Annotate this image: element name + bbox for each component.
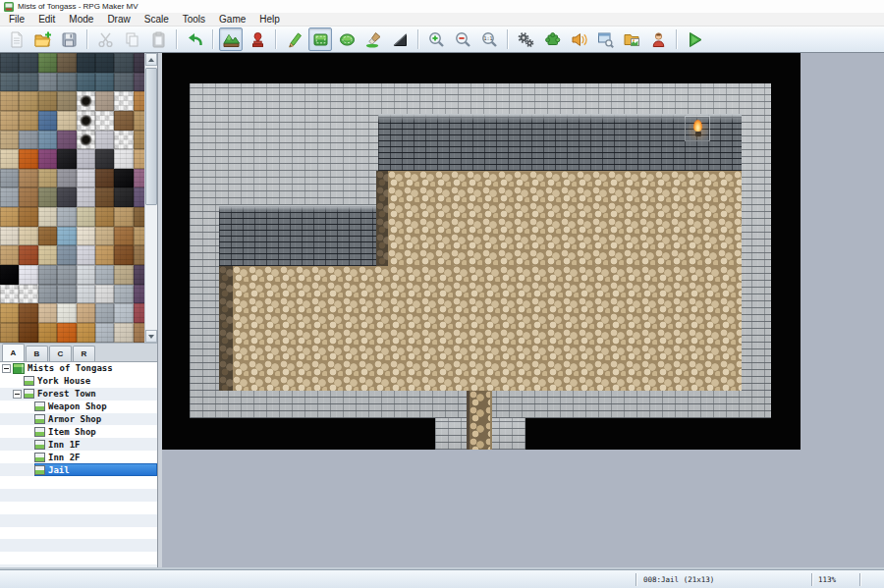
palette-tile-9-1[interactable] [19, 227, 37, 246]
palette-tile-12-2[interactable] [38, 285, 57, 304]
palette-tile-8-0[interactable] [0, 207, 19, 227]
map-tree-item-york-house[interactable]: York House [0, 375, 157, 388]
palette-tile-5-3[interactable] [57, 149, 76, 169]
database-button[interactable] [514, 27, 537, 51]
palette-tile-1-1[interactable] [19, 73, 37, 92]
palette-tile-12-0[interactable] [0, 285, 19, 304]
scroll-down-button[interactable] [145, 330, 157, 343]
palette-tile-13-4[interactable] [77, 303, 95, 323]
palette-tile-7-6[interactable] [114, 187, 133, 207]
palette-tile-10-4[interactable] [77, 245, 95, 265]
map-tree-item-forest-town[interactable]: Forest Town [0, 388, 157, 401]
palette-tile-8-3[interactable] [57, 207, 76, 227]
character-generator-button[interactable] [646, 27, 670, 51]
palette-tile-5-2[interactable] [38, 149, 57, 169]
palette-tile-14-4[interactable] [77, 323, 95, 343]
palette-tile-5-5[interactable] [95, 149, 114, 169]
resource-manager-button[interactable] [620, 27, 643, 51]
palette-tile-9-6[interactable] [114, 227, 133, 246]
map-tree-item-item-shop[interactable]: Item Shop [0, 425, 157, 438]
palette-tile-6-0[interactable] [0, 169, 19, 188]
palette-tile-14-1[interactable] [19, 323, 37, 343]
palette-tile-2-5[interactable] [95, 91, 114, 111]
palette-tile-11-4[interactable] [77, 265, 95, 285]
scrollbar-thumb[interactable] [145, 68, 157, 205]
tree-expander-icon[interactable] [2, 364, 11, 373]
menu-draw[interactable]: Draw [100, 13, 137, 27]
menu-file[interactable]: File [2, 13, 31, 27]
sound-test-button[interactable] [567, 27, 590, 51]
palette-tab-a[interactable]: A [2, 344, 25, 361]
palette-tile-3-2[interactable] [38, 111, 57, 131]
palette-tile-1-6[interactable] [114, 73, 133, 92]
scroll-up-button[interactable] [145, 53, 157, 66]
palette-tile-4-3[interactable] [57, 131, 76, 150]
palette-tile-2-4[interactable] [77, 91, 95, 111]
palette-tile-7-1[interactable] [19, 187, 37, 207]
palette-tile-6-6[interactable] [114, 169, 133, 188]
menu-help[interactable]: Help [252, 13, 287, 27]
menu-scale[interactable]: Scale [138, 13, 176, 27]
zoom-in-button[interactable] [424, 27, 448, 51]
palette-tile-11-2[interactable] [38, 265, 57, 285]
tree-expander-icon[interactable] [13, 390, 22, 399]
palette-tile-4-2[interactable] [38, 131, 57, 150]
actual-scale-button[interactable]: 1:1 [477, 27, 501, 51]
pencil-tool-button[interactable] [282, 27, 305, 51]
palette-tile-8-2[interactable] [38, 207, 57, 227]
palette-tile-13-2[interactable] [38, 303, 57, 323]
rectangle-tool-button[interactable] [308, 27, 332, 51]
palette-tile-6-4[interactable] [77, 169, 95, 188]
palette-tile-14-5[interactable] [95, 323, 114, 343]
flood-fill-tool-button[interactable] [361, 27, 385, 51]
tileset-palette[interactable] [0, 53, 157, 343]
palette-tile-4-6[interactable] [114, 131, 133, 150]
map-tree-item-weapon-shop[interactable]: Weapon Shop [0, 401, 157, 413]
map-tree-item-inn-2f[interactable]: Inn 2F [0, 451, 157, 463]
palette-tile-5-4[interactable] [77, 149, 95, 169]
palette-tile-13-0[interactable] [0, 303, 19, 323]
playtest-button[interactable] [683, 27, 706, 51]
palette-tile-1-3[interactable] [57, 73, 76, 92]
palette-tile-7-4[interactable] [77, 187, 95, 207]
palette-tile-12-1[interactable] [19, 285, 37, 304]
palette-tile-7-3[interactable] [57, 187, 76, 207]
menu-mode[interactable]: Mode [62, 13, 100, 27]
palette-tile-2-1[interactable] [19, 91, 37, 111]
palette-tile-0-2[interactable] [38, 53, 57, 73]
palette-tile-14-3[interactable] [57, 323, 76, 343]
palette-tile-1-4[interactable] [77, 73, 95, 92]
map-tree-item-armor-shop[interactable]: Armor Shop [0, 413, 157, 426]
palette-tile-1-2[interactable] [38, 73, 57, 92]
palette-tile-0-1[interactable] [19, 53, 37, 73]
palette-tile-8-4[interactable] [77, 207, 95, 227]
palette-scrollbar[interactable] [144, 53, 157, 343]
palette-tile-4-1[interactable] [19, 131, 37, 150]
palette-tile-7-0[interactable] [0, 187, 19, 207]
new-project-button[interactable] [4, 27, 28, 51]
palette-tile-10-0[interactable] [0, 245, 19, 265]
palette-tile-10-5[interactable] [95, 245, 114, 265]
palette-tile-2-0[interactable] [0, 91, 19, 111]
palette-tile-2-3[interactable] [57, 91, 76, 111]
shadow-pen-tool-button[interactable] [388, 27, 412, 51]
ellipse-tool-button[interactable] [335, 27, 359, 51]
palette-tile-3-5[interactable] [95, 111, 114, 131]
palette-tile-1-5[interactable] [95, 73, 114, 92]
map-tree-item-mists-of-tongass[interactable]: Mists of Tongass [0, 362, 157, 375]
palette-tile-10-1[interactable] [19, 245, 37, 265]
palette-tab-c[interactable]: C [49, 346, 72, 361]
palette-tile-12-5[interactable] [95, 285, 114, 304]
paste-button[interactable] [146, 27, 170, 51]
palette-tile-0-6[interactable] [114, 53, 133, 73]
event-searcher-button[interactable] [593, 27, 617, 51]
map-mode-button[interactable] [219, 27, 243, 51]
palette-tile-13-3[interactable] [57, 303, 76, 323]
undo-button[interactable] [183, 27, 206, 51]
palette-tile-9-4[interactable] [77, 227, 95, 246]
palette-tile-8-6[interactable] [114, 207, 133, 227]
palette-tile-11-1[interactable] [19, 265, 37, 285]
palette-tile-3-4[interactable] [77, 111, 95, 131]
palette-tile-4-4[interactable] [77, 131, 95, 150]
palette-tile-6-5[interactable] [95, 169, 114, 188]
